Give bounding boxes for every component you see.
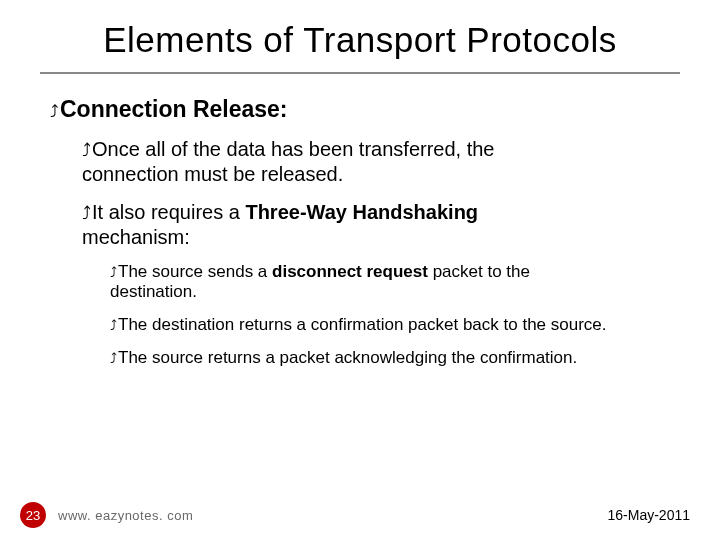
slide-body: ⤴Connection Release: ⤴Once all of the da… xyxy=(50,95,685,377)
point-text-bold: disconnect request xyxy=(272,262,428,281)
footer-date: 16-May-2011 xyxy=(608,507,691,523)
swirl-bullet-icon: ⤴ xyxy=(110,264,117,282)
slide-number-badge: 23 xyxy=(20,502,46,528)
point-text: destination. xyxy=(110,282,197,301)
point-text: mechanism: xyxy=(82,226,190,248)
slide-footer: 23 www. eazynotes. com 16-May-2011 xyxy=(0,502,720,528)
point-text: Once all of the data has been transferre… xyxy=(92,138,494,160)
point-text: It also requires a xyxy=(92,201,245,223)
slide-title: Elements of Transport Protocols xyxy=(0,20,720,60)
bullet-level2: ⤴Once all of the data has been transferr… xyxy=(82,137,685,186)
point-text-bold: Three-Way Handshaking xyxy=(245,201,478,223)
footer-site: www. eazynotes. com xyxy=(58,508,193,523)
swirl-bullet-icon: ⤴ xyxy=(50,102,59,123)
section-heading: Connection Release: xyxy=(60,96,288,122)
bullet-level3: ⤴The destination returns a confirmation … xyxy=(110,315,685,336)
point-text: connection must be released. xyxy=(82,163,343,185)
point-text: packet to the xyxy=(428,262,530,281)
bullet-level2: ⤴It also requires a Three-Way Handshakin… xyxy=(82,200,685,249)
point-text: The source sends a xyxy=(118,262,272,281)
point-text: The destination returns a confirmation p… xyxy=(118,315,607,334)
swirl-bullet-icon: ⤴ xyxy=(82,140,91,162)
swirl-bullet-icon: ⤴ xyxy=(110,350,117,368)
title-underline xyxy=(40,72,680,74)
swirl-bullet-icon: ⤴ xyxy=(110,317,117,335)
bullet-level1: ⤴Connection Release: xyxy=(50,95,685,123)
slide: Elements of Transport Protocols ⤴Connect… xyxy=(0,0,720,540)
bullet-level3: ⤴The source sends a disconnect request p… xyxy=(110,262,685,303)
point-text: The source returns a packet acknowledgin… xyxy=(118,348,577,367)
bullet-level3: ⤴The source returns a packet acknowledgi… xyxy=(110,348,685,369)
swirl-bullet-icon: ⤴ xyxy=(82,203,91,225)
